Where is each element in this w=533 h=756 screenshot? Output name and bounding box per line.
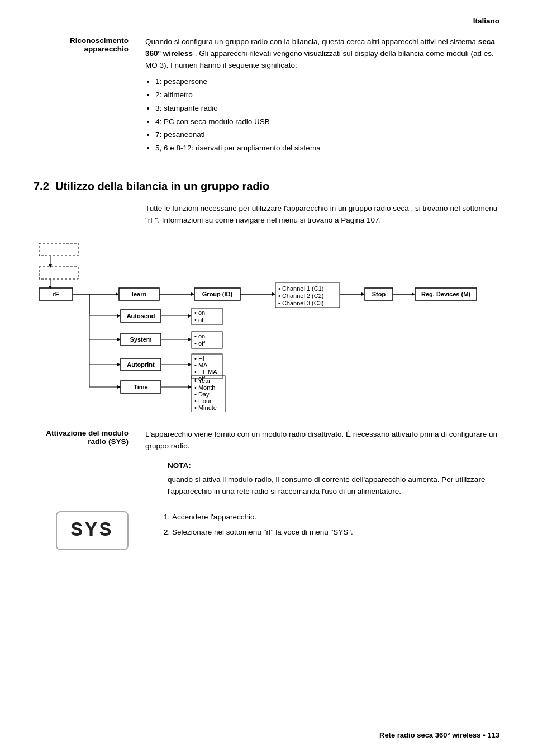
svg-text:learn: learn: [132, 291, 147, 297]
activation-content: L'apparecchio viene fornito con un modul…: [145, 429, 499, 498]
nota-box: NOTA: quando si attiva il modulo radio, …: [168, 460, 499, 498]
nota-text: quando si attiva il modulo radio, il con…: [168, 474, 499, 498]
display-box: SYS: [56, 511, 129, 550]
footer-text: Rete radio seca 360° wireless • 113: [379, 731, 499, 739]
page-header: Italiano: [34, 17, 499, 25]
recognition-label: Riconoscimento apparecchio: [34, 36, 129, 156]
svg-text:Stop: Stop: [372, 291, 386, 297]
recognition-para2: . Gli apparecchi rilevati vengono visual…: [145, 49, 494, 69]
svg-marker-37: [188, 314, 192, 318]
svg-text:• Channel 1 (C1): • Channel 1 (C1): [278, 285, 324, 292]
svg-text:• Hour: • Hour: [194, 398, 212, 404]
svg-marker-55: [188, 363, 192, 366]
list-item: 2: altimetro: [155, 89, 499, 101]
svg-text:• Minute: • Minute: [194, 404, 217, 411]
recognition-section: Riconoscimento apparecchio Quando si con…: [34, 36, 499, 156]
svg-text:System: System: [130, 336, 151, 343]
svg-text:Autoprint: Autoprint: [127, 361, 155, 368]
svg-text:Group (ID): Group (ID): [202, 291, 233, 297]
svg-text:• HI: • HI: [194, 355, 204, 362]
svg-rect-0: [39, 243, 78, 256]
steps-area: SYS Accendere l'apparecchio. Selezionare…: [34, 511, 499, 550]
language-label: Italiano: [473, 17, 499, 25]
svg-text:• off: • off: [194, 316, 206, 323]
step-item: Accendere l'apparecchio.: [172, 511, 499, 523]
intro-text: Tutte le funzioni necessarie per utilizz…: [145, 203, 499, 226]
svg-text:Time: Time: [134, 384, 147, 390]
svg-marker-51: [117, 363, 121, 366]
activation-label: Attivazione del modulo radio (SYS): [34, 429, 129, 498]
recognition-content: Quando si configura un gruppo radio con …: [145, 36, 499, 156]
svg-text:• on: • on: [194, 309, 205, 316]
recognition-list: 1: pesapersone 2: altimetro 3: stampante…: [155, 76, 499, 155]
svg-text:• Channel 2 (C2): • Channel 2 (C2): [278, 292, 324, 299]
page-footer: Rete radio seca 360° wireless • 113: [379, 731, 499, 739]
svg-marker-62: [117, 385, 121, 389]
diagram: rF learn Group (ID) • Channel 1 (C1) • C…: [34, 239, 503, 412]
svg-text:• on: • on: [194, 333, 205, 339]
list-item: 7: pesaneonati: [155, 129, 499, 141]
chapter-heading: 7.2 Utilizzo della bilancia in un gruppo…: [34, 173, 499, 193]
list-item: 1: pesapersone: [155, 76, 499, 88]
svg-text:• Day: • Day: [194, 391, 210, 398]
step-item: Selezionare nel sottomenu "rf" la voce d…: [172, 526, 499, 538]
recognition-para1: Quando si configura un gruppo radio con …: [145, 37, 476, 46]
svg-marker-7: [49, 286, 52, 289]
svg-text:Reg. Devices (M): Reg. Devices (M): [421, 291, 470, 297]
list-item: 3: stampante radio: [155, 103, 499, 115]
svg-text:rF: rF: [53, 291, 59, 297]
svg-marker-17: [272, 292, 275, 296]
svg-text:• off: • off: [194, 340, 206, 347]
svg-text:• MA: • MA: [194, 362, 208, 368]
svg-text:• HI_MA: • HI_MA: [194, 368, 217, 375]
list-item: 4: PC con seca modulo radio USB: [155, 116, 499, 128]
svg-text:Autosend: Autosend: [127, 313, 155, 319]
svg-marker-9: [116, 292, 119, 296]
svg-marker-42: [117, 338, 121, 341]
activation-section: Attivazione del modulo radio (SYS) L'app…: [34, 429, 499, 498]
list-item: 5, 6 e 8-12: riservati per ampliamento d…: [155, 143, 499, 154]
steps-list: Accendere l'apparecchio. Selezionare nel…: [162, 511, 499, 550]
svg-marker-66: [188, 385, 192, 389]
svg-text:• Month: • Month: [194, 384, 215, 391]
svg-marker-46: [188, 338, 192, 341]
svg-marker-23: [361, 292, 365, 296]
chapter-title: 7.2 Utilizzo della bilancia in un gruppo…: [34, 180, 499, 193]
svg-text:• Year: • Year: [194, 377, 211, 384]
svg-marker-3: [49, 264, 52, 268]
svg-rect-1: [39, 267, 78, 279]
activation-para: L'apparecchio viene fornito con un modul…: [145, 430, 497, 450]
svg-text:• Channel 3 (C3): • Channel 3 (C3): [278, 300, 324, 306]
svg-marker-13: [191, 292, 194, 296]
svg-marker-33: [117, 314, 121, 318]
nota-title: NOTA:: [168, 460, 499, 472]
svg-marker-27: [412, 292, 415, 296]
